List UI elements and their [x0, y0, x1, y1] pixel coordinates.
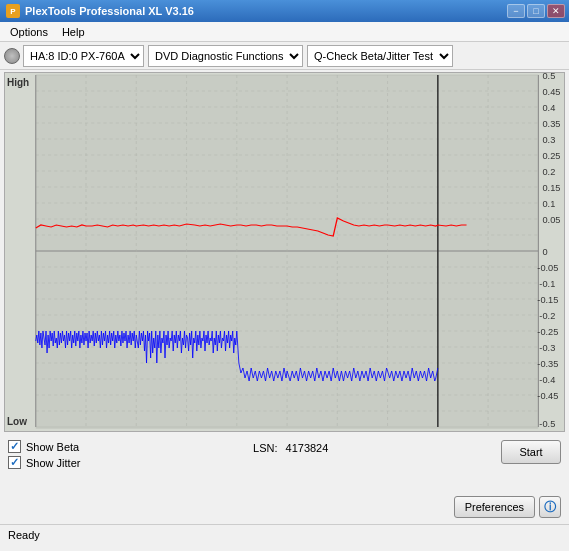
y-label-low: Low — [7, 416, 27, 427]
svg-text:-0.4: -0.4 — [539, 375, 555, 385]
svg-text:0.2: 0.2 — [542, 167, 555, 177]
preferences-row: Preferences ⓘ — [8, 496, 561, 518]
window-title: PlexTools Professional XL V3.16 — [25, 5, 194, 17]
svg-text:-0.15: -0.15 — [537, 295, 558, 305]
drive-dropdown[interactable]: HA:8 ID:0 PX-760A — [23, 45, 144, 67]
maximize-button[interactable]: □ — [527, 4, 545, 18]
svg-text:0.3: 0.3 — [542, 135, 555, 145]
bottom-top-row: ✓ Show Beta ✓ Show Jitter LSN: 4173824 S… — [8, 440, 561, 469]
chart-container: High Low — [4, 72, 565, 432]
function-dropdown[interactable]: DVD Diagnostic Functions — [148, 45, 303, 67]
show-beta-checkbox[interactable]: ✓ — [8, 440, 21, 453]
jitter-check-mark: ✓ — [10, 456, 19, 469]
beta-check-mark: ✓ — [10, 440, 19, 453]
title-bar: P PlexTools Professional XL V3.16 − □ ✕ — [0, 0, 569, 22]
svg-text:0.45: 0.45 — [542, 87, 560, 97]
status-bar: Ready — [0, 524, 569, 544]
bottom-panel: ✓ Show Beta ✓ Show Jitter LSN: 4173824 S… — [0, 434, 569, 524]
show-jitter-row: ✓ Show Jitter — [8, 456, 80, 469]
app-icon: P — [6, 4, 20, 18]
svg-text:0.25: 0.25 — [542, 151, 560, 161]
show-beta-row: ✓ Show Beta — [8, 440, 80, 453]
svg-text:0.05: 0.05 — [542, 215, 560, 225]
svg-text:0: 0 — [542, 247, 547, 257]
show-jitter-checkbox[interactable]: ✓ — [8, 456, 21, 469]
lsn-value: 4173824 — [286, 442, 329, 454]
svg-text:-0.3: -0.3 — [539, 343, 555, 353]
menu-bar: Options Help — [0, 22, 569, 42]
svg-text:-0.05: -0.05 — [537, 263, 558, 273]
svg-text:-0.45: -0.45 — [537, 391, 558, 401]
drive-icon — [4, 48, 20, 64]
svg-text:0.1: 0.1 — [542, 199, 555, 209]
right-buttons: Start — [501, 440, 561, 464]
svg-text:-0.2: -0.2 — [539, 311, 555, 321]
test-dropdown[interactable]: Q-Check Beta/Jitter Test — [307, 45, 453, 67]
close-button[interactable]: ✕ — [547, 4, 565, 18]
toolbar: HA:8 ID:0 PX-760A DVD Diagnostic Functio… — [0, 42, 569, 70]
svg-text:-0.1: -0.1 — [539, 279, 555, 289]
chart-svg: 0.5 0.45 0.4 0.35 0.3 0.25 0.2 0.15 0.1 … — [5, 73, 564, 431]
show-beta-label: Show Beta — [26, 441, 79, 453]
svg-text:0.4: 0.4 — [542, 103, 555, 113]
show-jitter-label: Show Jitter — [26, 457, 80, 469]
title-bar-buttons: − □ ✕ — [507, 4, 565, 18]
svg-text:-0.25: -0.25 — [537, 327, 558, 337]
svg-text:-0.35: -0.35 — [537, 359, 558, 369]
svg-text:0.5: 0.5 — [542, 73, 555, 81]
start-button[interactable]: Start — [501, 440, 561, 464]
checkboxes-section: ✓ Show Beta ✓ Show Jitter — [8, 440, 80, 469]
y-label-high: High — [7, 77, 29, 88]
lsn-label: LSN: — [253, 442, 277, 454]
menu-help[interactable]: Help — [56, 25, 91, 39]
menu-options[interactable]: Options — [4, 25, 54, 39]
svg-text:0.35: 0.35 — [542, 119, 560, 129]
title-bar-left: P PlexTools Professional XL V3.16 — [6, 4, 194, 18]
status-text: Ready — [8, 529, 40, 541]
info-button[interactable]: ⓘ — [539, 496, 561, 518]
drive-selector: HA:8 ID:0 PX-760A — [4, 45, 144, 67]
minimize-button[interactable]: − — [507, 4, 525, 18]
preferences-button[interactable]: Preferences — [454, 496, 535, 518]
svg-text:0.15: 0.15 — [542, 183, 560, 193]
lsn-section: LSN: 4173824 — [253, 440, 328, 454]
svg-text:-0.5: -0.5 — [539, 419, 555, 429]
